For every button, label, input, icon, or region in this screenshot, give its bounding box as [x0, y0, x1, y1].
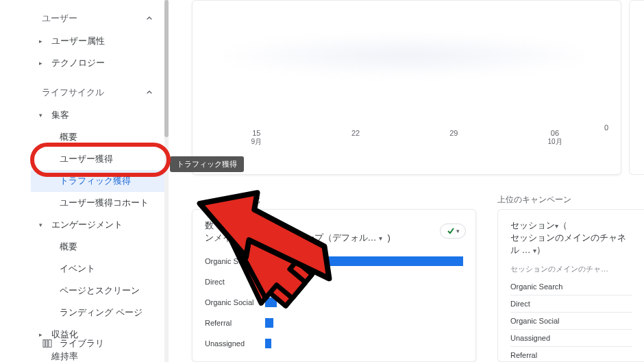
section-label: ライフサイクル: [42, 86, 104, 99]
sub-metric-label: セッションのメインのチャ…: [510, 264, 632, 274]
nav-landing-pages[interactable]: ランディング ページ: [31, 302, 167, 324]
list-item[interactable]: Organic Social: [510, 313, 632, 330]
dropdown-icon: ▾: [555, 222, 558, 230]
scrollbar-thumb[interactable]: [164, 0, 169, 137]
chevron-up-icon: [144, 87, 155, 98]
time-series-chart: [206, 14, 604, 124]
list-item[interactable]: Organic Search: [510, 278, 632, 295]
caret-down-icon: ▾: [39, 112, 42, 119]
nav-user-acquisition[interactable]: ユーザー獲得: [31, 148, 167, 170]
dropdown-icon: ▾: [379, 234, 382, 242]
panel-title-top-campaigns: 上位のキャンペーン: [497, 194, 571, 206]
bar-row: Unassigned: [205, 333, 463, 354]
sidebar-scrollbar[interactable]: [164, 0, 169, 362]
bar-row: Referral: [205, 313, 463, 333]
caret-right-icon: ▸: [39, 60, 42, 67]
bar-fill: [265, 318, 273, 328]
bar-label: Direct: [205, 278, 258, 286]
bar-fill: [265, 339, 271, 348]
status-check-badge[interactable]: ▾: [440, 224, 466, 239]
list-item[interactable]: Direct: [510, 295, 632, 313]
dropdown-icon: ▾: [533, 247, 536, 254]
nav-label: テクノロジー: [51, 57, 105, 69]
metric-label: セッション: [510, 220, 555, 230]
bar-fill: [265, 256, 463, 266]
nav-engagement-overview[interactable]: 概要: [31, 236, 167, 258]
channel-list: Organic SearchDirectOrganic SocialUnassi…: [510, 278, 632, 362]
bar-label: Organic Search: [205, 257, 258, 265]
panel-title-referrers: ーの参照元: [219, 194, 260, 206]
metric-header[interactable]: 数（ ンメインのチャネル グループ（デフォル… ▾ ): [205, 219, 463, 244]
sidebar-section-lifecycle[interactable]: ライフサイクル: [31, 81, 167, 104]
nav-label: 集客: [51, 109, 69, 121]
svg-rect-2: [49, 340, 51, 348]
x-tick: 0610月: [547, 129, 562, 147]
x-axis: 159月 22 29 0610月: [206, 129, 607, 147]
bar-row: Direct: [205, 272, 463, 292]
bar-track: [265, 318, 463, 328]
bar-track: [265, 256, 463, 266]
bar-label: Organic Social: [205, 298, 258, 306]
caret-right-icon: ▸: [39, 38, 42, 45]
nav-acquisition[interactable]: ▾ 集客: [31, 104, 167, 126]
caret-down-icon: ▾: [39, 221, 42, 228]
bar-label: Referral: [205, 319, 258, 327]
chart-blurred-region: [206, 35, 604, 76]
chevron-down-icon: ▾: [456, 228, 460, 234]
nav-technology[interactable]: ▸ テクノロジー: [31, 52, 167, 74]
bar-fill: [265, 277, 283, 287]
bar-fill: [265, 298, 277, 307]
list-item[interactable]: Referral: [510, 347, 632, 362]
channel-group-bar-card: 数（ ンメインのチャネル グループ（デフォル… ▾ ) ▾ Organic Se…: [192, 209, 476, 362]
bar-row: Organic Social: [205, 292, 463, 313]
svg-rect-1: [46, 340, 48, 348]
nav-user-acquisition-cohort[interactable]: ユーザー獲得コホート: [31, 192, 167, 214]
time-series-card: 159月 22 29 0610月 0: [192, 0, 621, 175]
sidebar-section-user[interactable]: ユーザー: [31, 7, 167, 30]
library-label: ライブラリ: [60, 337, 104, 350]
nav-pages-screens[interactable]: ページとスクリーン: [31, 280, 167, 302]
check-icon: [447, 227, 455, 235]
dimension-label: ンメインのチャネル グループ（デフォル…: [205, 232, 377, 243]
library-icon: [42, 338, 53, 349]
adjacent-card-sliver: [629, 0, 644, 175]
campaign-list-card: セッション▾（ セッションのメインのチャネル … ▾） セッションのメインのチャ…: [497, 209, 644, 362]
bar-track: [265, 277, 463, 287]
nav-engagement[interactable]: ▾ エンゲージメント: [31, 214, 167, 236]
bar-row: Organic Search: [205, 251, 463, 272]
metric-label: 数（: [205, 220, 223, 230]
x-tick: 22: [351, 129, 360, 147]
bar-track: [265, 298, 463, 307]
y-axis-zero: 0: [604, 123, 608, 132]
nav-events[interactable]: イベント: [31, 258, 167, 280]
tooltip-traffic-acquisition: トラフィック獲得: [170, 156, 244, 172]
nav-acquisition-overview[interactable]: 概要: [31, 126, 167, 148]
x-tick: 29: [449, 129, 458, 147]
dimension-label: セッションのメインのチャネル …: [510, 232, 626, 255]
section-label: ユーザー: [42, 12, 77, 25]
bar-label: Unassigned: [205, 339, 258, 348]
x-tick: 159月: [251, 129, 262, 147]
sidebar: ユーザー ▸ ユーザー属性 ▸ テクノロジー ライフサイクル ▾ 集客 概要 ユ…: [31, 0, 168, 362]
main-content: 159月 22 29 0610月 0 トラフィック獲得 ーの参照元 上位のキャン…: [192, 0, 644, 362]
svg-rect-0: [43, 340, 45, 348]
nav-label: ユーザー属性: [51, 35, 105, 47]
nav-traffic-acquisition[interactable]: トラフィック獲得: [31, 170, 167, 192]
nav-library[interactable]: ライブラリ: [42, 332, 104, 355]
bar-track: [265, 339, 463, 348]
chevron-up-icon: [144, 13, 155, 24]
nav-user-attributes[interactable]: ▸ ユーザー属性: [31, 30, 167, 52]
metric-header[interactable]: セッション▾（ セッションのメインのチャネル … ▾）: [510, 219, 632, 257]
bar-chart: Organic SearchDirectOrganic SocialReferr…: [205, 251, 463, 354]
nav-label: エンゲージメント: [51, 219, 123, 231]
list-item[interactable]: Unassigned: [510, 330, 632, 347]
